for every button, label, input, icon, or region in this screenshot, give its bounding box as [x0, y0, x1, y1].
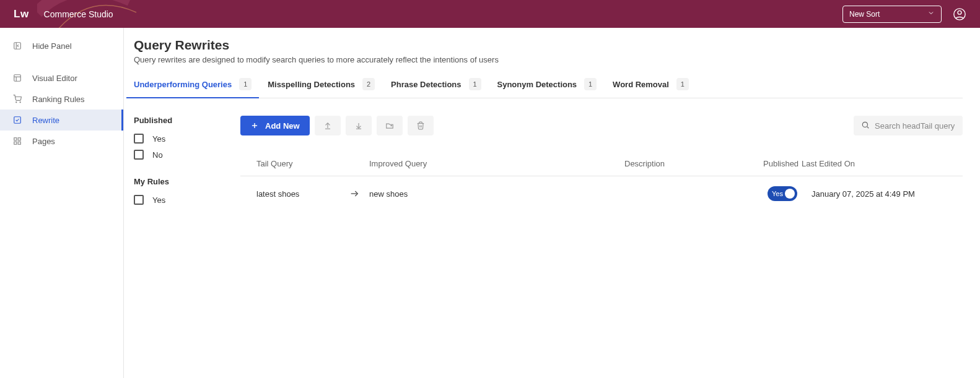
- toggle-label: Yes: [772, 190, 783, 197]
- col-header-tail: Tail Query: [240, 159, 369, 168]
- checkbox-icon: [134, 195, 144, 205]
- cell-published: Yes: [763, 186, 802, 201]
- tab-count-badge: 1: [584, 78, 597, 90]
- download-icon: [354, 121, 363, 130]
- tab-count-badge: 2: [362, 78, 375, 90]
- app-header: Lw Commerce Studio New Sort: [0, 0, 980, 28]
- checkbox-label: Yes: [152, 134, 165, 144]
- col-header-published: Published: [763, 159, 802, 168]
- tab-word-removal[interactable]: Word Removal 1: [613, 78, 689, 98]
- upload-icon: [323, 121, 332, 130]
- published-toggle[interactable]: Yes: [768, 186, 797, 201]
- chevron-down-icon: [927, 9, 935, 19]
- checkbox-icon: [134, 150, 144, 160]
- sidebar-item-label: Ranking Rules: [32, 95, 85, 104]
- svg-rect-9: [14, 117, 21, 124]
- user-icon[interactable]: [953, 7, 966, 21]
- col-header-edited: Last Edited On: [802, 159, 963, 168]
- sidebar-hide-panel[interactable]: Hide Panel: [0, 34, 123, 58]
- svg-rect-13: [18, 142, 20, 144]
- sidebar-item-label: Pages: [32, 137, 55, 146]
- col-header-improved: Improved Query: [369, 159, 624, 168]
- cell-last-edited: January 07, 2025 at 4:49 PM: [802, 189, 963, 199]
- checkbox-label: Yes: [152, 195, 165, 205]
- filter-published-yes[interactable]: Yes: [134, 134, 240, 144]
- app-logo[interactable]: Lw: [14, 8, 29, 20]
- app-name: Commerce Studio: [44, 9, 113, 19]
- toolbar: Add New: [240, 116, 963, 135]
- tab-count-badge: 1: [239, 78, 252, 90]
- tab-label: Misspelling Detections: [268, 80, 355, 89]
- filter-group-title-published: Published: [134, 116, 240, 125]
- svg-point-7: [16, 102, 17, 103]
- trash-icon: [416, 121, 425, 130]
- sidebar-item-label: Rewrite: [32, 116, 59, 125]
- svg-line-19: [867, 126, 869, 128]
- sidebar-item-rewrite[interactable]: Rewrite: [0, 110, 123, 131]
- tab-label: Synonym Detections: [497, 80, 577, 89]
- add-new-button[interactable]: Add New: [240, 116, 310, 135]
- cart-icon: [12, 94, 22, 104]
- search-input[interactable]: [875, 121, 955, 131]
- svg-rect-11: [18, 138, 20, 140]
- delete-button[interactable]: [408, 116, 434, 135]
- sidebar: Hide Panel Visual Editor Ranking Rules R…: [0, 28, 124, 378]
- tab-underperforming[interactable]: Underperforming Queries 1: [134, 78, 252, 98]
- grid-icon: [12, 136, 22, 146]
- table-header: Tail Query Improved Query Description Pu…: [240, 154, 963, 176]
- tab-label: Word Removal: [613, 80, 669, 89]
- export-button[interactable]: [377, 116, 403, 135]
- tab-count-badge: 1: [469, 78, 481, 90]
- checkbox-icon: [134, 134, 144, 144]
- page-title: Query Rewrites: [134, 38, 963, 53]
- header-select[interactable]: New Sort: [842, 6, 942, 23]
- table-area: Add New: [240, 116, 963, 222]
- svg-point-1: [958, 11, 961, 14]
- add-new-label: Add New: [265, 121, 300, 131]
- sidebar-item-visual-editor[interactable]: Visual Editor: [0, 67, 123, 88]
- toggle-knob: [785, 189, 795, 199]
- tab-misspelling[interactable]: Misspelling Detections 2: [268, 78, 375, 98]
- sidebar-hide-panel-label: Hide Panel: [32, 41, 72, 51]
- svg-point-8: [20, 102, 20, 103]
- plus-icon: [250, 121, 259, 130]
- header-select-label: New Sort: [849, 10, 880, 19]
- svg-rect-4: [14, 75, 21, 82]
- tab-label: Phrase Detections: [391, 80, 461, 89]
- filter-myrules-yes[interactable]: Yes: [134, 195, 240, 205]
- layout-icon: [12, 73, 22, 83]
- checkbox-label: No: [152, 150, 163, 160]
- sidebar-item-label: Visual Editor: [32, 74, 77, 83]
- main-content: Query Rewrites Query rewrites are design…: [124, 28, 980, 378]
- cell-improved-query: new shoes: [369, 189, 624, 199]
- filter-published-no[interactable]: No: [134, 150, 240, 160]
- tabs: Underperforming Queries 1 Misspelling De…: [134, 78, 963, 98]
- upload-button[interactable]: [315, 116, 341, 135]
- rewrite-icon: [12, 115, 22, 125]
- tab-label: Underperforming Queries: [134, 80, 232, 89]
- tab-synonym[interactable]: Synonym Detections 1: [497, 78, 597, 98]
- sidebar-item-pages[interactable]: Pages: [0, 131, 123, 152]
- sidebar-item-ranking-rules[interactable]: Ranking Rules: [0, 88, 123, 110]
- folder-export-icon: [385, 121, 394, 130]
- tab-phrase[interactable]: Phrase Detections 1: [391, 78, 481, 98]
- tab-count-badge: 1: [676, 78, 689, 90]
- arrow-right-icon: [349, 189, 369, 199]
- download-button[interactable]: [346, 116, 372, 135]
- page-description: Query rewrites are designed to modify se…: [134, 55, 963, 64]
- search-icon: [861, 121, 870, 131]
- col-header-description: Description: [624, 159, 763, 168]
- table-row[interactable]: latest shoes new shoes Yes January 07, 2…: [240, 176, 963, 211]
- filter-panel: Published Yes No My Rules Yes: [134, 116, 240, 222]
- svg-point-18: [862, 122, 867, 127]
- svg-rect-10: [14, 138, 17, 140]
- svg-rect-12: [14, 142, 17, 144]
- search-box[interactable]: [854, 116, 963, 135]
- filter-group-title-myrules: My Rules: [134, 177, 240, 186]
- cell-tail-query: latest shoes: [240, 189, 349, 199]
- collapse-icon: [12, 41, 22, 51]
